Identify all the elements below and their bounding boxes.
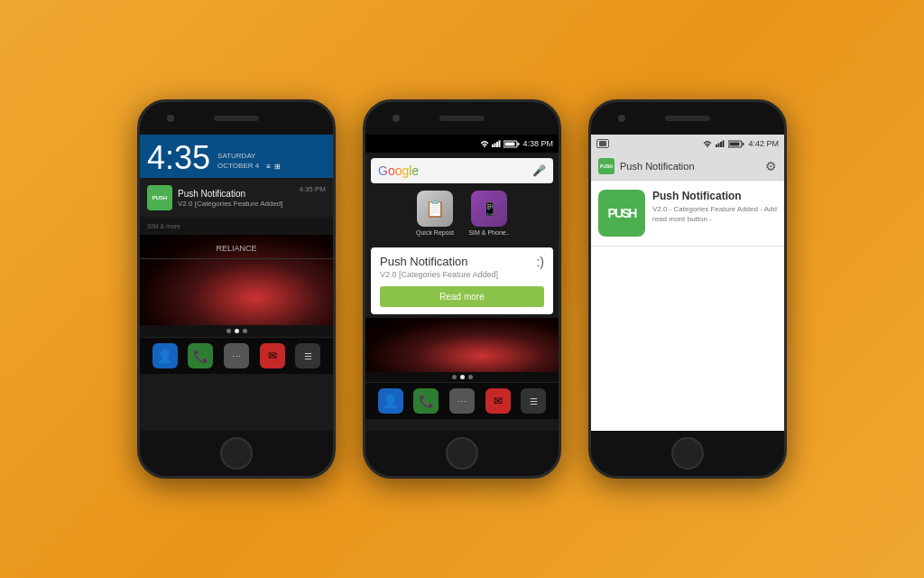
svg-rect-6 (505, 142, 515, 145)
phone-3: 4:42 PM PUSH Push Notification ⚙ PUSH Pu… (588, 99, 787, 479)
phone-2-speaker (439, 116, 485, 121)
phone-2-home-button[interactable] (446, 437, 478, 470)
phone-2-bottom-bezel (365, 431, 559, 476)
svg-rect-3 (499, 141, 501, 148)
phone-3-status-bar: 4:42 PM (591, 135, 784, 153)
phone-2: 4:38 PM Google 🎤 📋 Quick Repost 📱 (363, 99, 561, 479)
phone-3-notification-card[interactable]: PUSH Push Notification V2.0 - Categories… (591, 181, 784, 247)
svg-rect-8 (718, 144, 720, 148)
phone-3-status-right: 4:42 PM (703, 139, 779, 148)
phone-1-screen: 4:35 SATURDAY OCTOBER 4 ≡ ⊞ PUSH Push No… (140, 135, 333, 431)
svg-rect-10 (723, 141, 725, 148)
dock-mail-icon[interactable]: ✉ (260, 343, 285, 368)
phone-3-screen: 4:42 PM PUSH Push Notification ⚙ PUSH Pu… (591, 135, 784, 431)
push-app-icon-large: PUSH (598, 190, 645, 237)
svg-rect-7 (716, 144, 717, 147)
phone-1-status-icons: ≡ ⊞ (266, 163, 281, 174)
dot-3 (243, 329, 247, 333)
dock-mail-icon[interactable]: ✉ (485, 388, 511, 414)
dock-apps-icon[interactable]: ⋯ (224, 343, 249, 368)
phone-2-popup[interactable]: Push Notification V2.0 [Categories Featu… (371, 247, 553, 314)
dock-menu-icon[interactable]: ☰ (295, 343, 320, 368)
svg-rect-2 (496, 142, 498, 147)
phone-3-home-button[interactable] (671, 437, 704, 470)
mic-icon: 🎤 (532, 164, 546, 177)
notif-card-content: Push Notification V2.0 - Categories Feat… (652, 190, 777, 237)
notif-card-title: Push Notification (652, 190, 777, 202)
phone-2-screen: 4:38 PM Google 🎤 📋 Quick Repost 📱 (365, 135, 559, 431)
read-more-button[interactable]: Read more (380, 286, 544, 307)
sim-phone-icon: 📱 (471, 191, 507, 227)
notif-subtitle: V2.0 [Categories Feature Added] (178, 200, 293, 208)
dot-1 (452, 375, 457, 379)
phone-1-home-button[interactable] (220, 437, 253, 470)
phone-1-clock-time: 4:35 (147, 142, 210, 174)
dock-people-icon[interactable]: 👤 (152, 343, 178, 368)
app-sim-phone[interactable]: 📱 SIM & Phone.. (467, 191, 512, 237)
dock-apps-icon[interactable]: ⋯ (449, 388, 475, 414)
phone-1: 4:35 SATURDAY OCTOBER 4 ≡ ⊞ PUSH Push No… (137, 99, 336, 479)
phone-3-top-bezel (591, 102, 784, 135)
phone-1-clock-date: SATURDAY OCTOBER 4 (217, 151, 259, 174)
phone-2-app-grid: 📋 Quick Repost 📱 SIM & Phone.. (365, 183, 559, 244)
settings-gear-icon[interactable]: ⚙ (765, 159, 777, 173)
battery-icon-3 (728, 140, 744, 148)
svg-rect-1 (494, 144, 496, 148)
phone-2-page-dots (365, 372, 559, 382)
signal-icon (492, 140, 501, 147)
sim-label-top: SIM & more (147, 223, 326, 229)
dock-phone-icon[interactable]: 📞 (188, 343, 213, 368)
popup-subtitle: V2.0 [Categories Feature Added] (380, 270, 544, 279)
phone-2-status-icons: 4:38 PM (480, 139, 553, 148)
sim-info-area: SIM & more (140, 218, 333, 235)
phone-2-wallpaper (365, 318, 559, 372)
wifi-icon-3 (703, 140, 712, 147)
svg-rect-13 (730, 142, 740, 145)
notif-content: Push Notification V2.0 [Categories Featu… (178, 189, 293, 208)
dock-menu-icon[interactable]: ☰ (521, 388, 546, 414)
svg-rect-9 (720, 142, 722, 147)
popup-title: Push Notification (380, 255, 544, 268)
signal-icon-3 (716, 140, 725, 147)
dock-people-icon[interactable]: 👤 (378, 388, 403, 414)
sim-phone-label: SIM & Phone.. (468, 229, 509, 237)
popup-emoji: :) (536, 255, 544, 269)
phone-1-top-bezel (140, 102, 333, 135)
quick-repost-icon: 📋 (417, 191, 453, 227)
notif-title: Push Notification (178, 189, 293, 199)
dot-1 (226, 329, 231, 333)
phone-1-notification-bar[interactable]: PUSH Push Notification V2.0 [Categories … (140, 180, 333, 216)
app-name: Push Notification (620, 161, 695, 172)
phone-2-body: 4:38 PM Google 🎤 📋 Quick Repost 📱 (363, 99, 561, 479)
page-dots (140, 325, 333, 337)
battery-icon (504, 140, 520, 148)
phone-3-camera (618, 115, 625, 122)
dock-phone-icon[interactable]: 📞 (413, 388, 439, 414)
svg-rect-0 (492, 144, 494, 147)
phone-2-time: 4:38 PM (522, 139, 553, 148)
phone-1-clock-area: 4:35 SATURDAY OCTOBER 4 ≡ ⊞ (140, 135, 333, 178)
notif-card-subtitle: V2.0 - Categories Feature Added - Add re… (652, 204, 777, 224)
grid-icon: ⊞ (274, 163, 281, 171)
quick-repost-label: Quick Repost (416, 229, 454, 237)
dot-2 (460, 375, 465, 379)
phone-1-speaker (214, 116, 259, 121)
svg-rect-12 (743, 143, 744, 145)
phone-2-dock: 👤 📞 ⋯ ✉ ☰ (365, 382, 559, 419)
notif-icon: PUSH (147, 185, 172, 210)
phone-3-app-header: PUSH Push Notification ⚙ (591, 153, 784, 181)
dot-3 (468, 375, 473, 379)
dot-2 (235, 329, 239, 333)
sim-divider (140, 258, 333, 259)
phone-2-camera (393, 115, 400, 122)
phone-2-search-bar[interactable]: Google 🎤 (371, 158, 553, 183)
google-logo: Google (378, 163, 419, 178)
svg-rect-5 (518, 143, 520, 145)
phone-3-speaker (665, 116, 710, 121)
app-quick-repost[interactable]: 📋 Quick Repost (412, 191, 457, 237)
phone-1-camera (167, 115, 174, 122)
push-app-icon-small: PUSH (598, 158, 614, 174)
phone-1-wallpaper: RELIANCE (140, 235, 333, 325)
notif-time: 4:35 PM (299, 185, 326, 193)
signal-icon: ≡ (266, 163, 271, 171)
